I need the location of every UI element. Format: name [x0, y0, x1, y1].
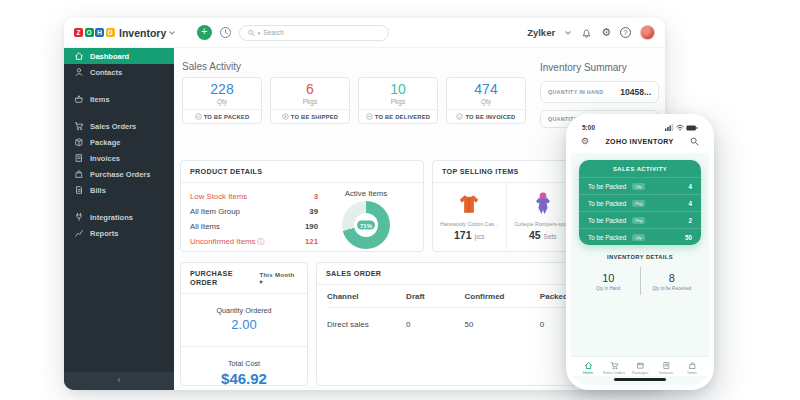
- phone-settings-gear-icon[interactable]: ⚙: [581, 137, 589, 146]
- sidebar-item-contacts[interactable]: Contacts: [64, 64, 174, 80]
- sidebar-item-label: Package: [90, 138, 120, 147]
- org-chevron-down-icon[interactable]: [564, 30, 572, 36]
- phone-activity-row[interactable]: To be Packed Pkg 2: [579, 211, 701, 228]
- sidebar-item-label: Reports: [90, 229, 118, 238]
- active-items-donut-chart: 71%: [342, 201, 390, 249]
- phone-nav-sales-orders[interactable]: Sales Orders: [601, 361, 627, 375]
- sidebar-item-label: Integrations: [90, 213, 133, 222]
- phone-activity-row[interactable]: To be Packed Qty 4: [579, 177, 701, 194]
- battery-icon: [686, 125, 698, 131]
- chevron-down-icon: [168, 30, 176, 36]
- home-icon: [74, 51, 84, 61]
- user-avatar[interactable]: [640, 25, 655, 40]
- sidebar-collapse-button[interactable]: ‹: [64, 372, 174, 390]
- bag-icon: [688, 361, 697, 370]
- sidebar-item-package[interactable]: Package: [64, 134, 174, 150]
- purchase-order-title: PURCHASE ORDER: [190, 269, 259, 287]
- top-selling-items-panel: TOP SELLING ITEMS Hanswooly Cotton Cas..…: [432, 160, 580, 252]
- card-to-be-invoiced[interactable]: 474 Qty TO BE INVOICED: [446, 77, 526, 124]
- card-label: TO BE INVOICED: [465, 114, 515, 120]
- info-icon[interactable]: ⓘ: [258, 238, 265, 245]
- basket-icon: [74, 94, 84, 104]
- settings-gear-icon[interactable]: ⚙: [601, 27, 611, 38]
- sidebar-item-label: Bills: [90, 186, 106, 195]
- product-name: Hanswooly Cotton Cas...: [436, 221, 503, 227]
- sidebar-item-reports[interactable]: Reports: [64, 225, 174, 241]
- qty-in-hand-stat: 10 Qty in Hand: [577, 272, 640, 291]
- notifications-bell-icon[interactable]: [581, 27, 592, 39]
- sweater-product-image: [436, 187, 503, 221]
- card-to-be-packed[interactable]: 228 Qty TO BE PACKED: [182, 77, 262, 124]
- home-icon: [584, 361, 593, 370]
- card-to-be-shipped[interactable]: 6 Pkgs TO BE SHIPPED: [270, 77, 350, 124]
- org-name[interactable]: Zylker: [527, 27, 555, 38]
- sidebar-item-label: Purchase Orders: [90, 170, 150, 179]
- status-circle-icon: [366, 113, 373, 120]
- quantity-ordered-value: 2.00: [181, 317, 307, 332]
- chart-icon: [74, 228, 84, 238]
- sidebar-item-invoices[interactable]: Invoices: [64, 150, 174, 166]
- status-circle-icon: [282, 113, 289, 120]
- all-item-group-row[interactable]: All Item Group39: [190, 204, 318, 219]
- phone-home-indicator: [614, 378, 666, 381]
- logo-letter: Z: [74, 28, 83, 37]
- phone-activity-row[interactable]: To be Packed Pkg 4: [579, 194, 701, 211]
- quantity-ordered-metric: Quantity Ordered 2.00: [181, 294, 307, 346]
- bag-icon: [74, 169, 84, 179]
- product-qty: 45: [529, 229, 541, 241]
- help-icon[interactable]: ?: [620, 27, 631, 38]
- cart-icon: [610, 361, 619, 370]
- sales-order-title: SALES ORDER: [326, 269, 381, 278]
- phone-sales-activity-card: SALES ACTIVITY To be Packed Qty 4 To be …: [579, 160, 701, 245]
- phone-nav-items[interactable]: Items: [679, 361, 705, 375]
- phone-mockup: 5:00 ⚙ ZOHO INVENTORY SALES ACTIVITY To …: [566, 114, 714, 390]
- sidebar-item-dashboard[interactable]: Dashboard: [64, 48, 174, 64]
- quick-create-button[interactable]: +: [197, 25, 212, 40]
- phone-nav-packages[interactable]: Packages: [627, 361, 653, 375]
- card-to-be-delivered[interactable]: 10 Pkgs TO BE DELIVERED: [358, 77, 438, 124]
- top-selling-item[interactable]: Hanswooly Cotton Cas... 171 pcs: [433, 183, 507, 250]
- phone-nav-invoices[interactable]: Invoices: [653, 361, 679, 375]
- total-cost-metric: Total Cost $46.92: [181, 346, 307, 386]
- qty-to-be-received-stat: 8 Qty to be Received: [641, 272, 704, 291]
- search-input[interactable]: [263, 29, 379, 36]
- sidebar-item-bills[interactable]: Bills: [64, 182, 174, 198]
- unit-badge: Pkg: [632, 200, 645, 207]
- sales-activity-title: Sales Activity: [182, 61, 241, 72]
- sidebar-item-items[interactable]: Items: [64, 91, 174, 107]
- all-items-row[interactable]: All Items190: [190, 219, 318, 234]
- card-value: 228: [183, 82, 261, 97]
- card-value: 6: [271, 82, 349, 97]
- logo-letter: O: [85, 28, 94, 37]
- top-selling-title: TOP SELLING ITEMS: [442, 167, 519, 176]
- zoho-logo[interactable]: Z O H O Inventory: [74, 27, 176, 39]
- phone-nav-home[interactable]: Home: [575, 361, 601, 375]
- unconfirmed-items-row[interactable]: Unconfirmed Items ⓘ121: [190, 234, 318, 249]
- card-unit: Qty: [183, 98, 261, 105]
- package-icon: [636, 361, 645, 370]
- inventory-summary-title: Inventory Summary: [540, 62, 659, 73]
- unit-badge: Qty: [632, 183, 645, 190]
- phone-bottom-nav: Home Sales Orders Packages Invoices Item…: [571, 356, 709, 376]
- period-dropdown[interactable]: This Month ▾: [259, 272, 298, 285]
- sidebar-item-label: Dashboard: [90, 52, 129, 61]
- low-stock-items-row[interactable]: Low Stock Items3: [190, 189, 318, 204]
- sidebar-item-label: Sales Orders: [90, 122, 136, 131]
- recent-activity-icon[interactable]: [219, 26, 232, 39]
- product-details-panel: PRODUCT DETAILS Low Stock Items3 All Ite…: [180, 160, 424, 252]
- phone-search-icon[interactable]: [690, 137, 699, 146]
- search-icon: [248, 29, 255, 37]
- sidebar-item-purchase-orders[interactable]: Purchase Orders: [64, 166, 174, 182]
- product-details-title: PRODUCT DETAILS: [190, 167, 262, 176]
- sidebar-item-sales-orders[interactable]: Sales Orders: [64, 118, 174, 134]
- product-unit: Sets: [544, 233, 557, 240]
- unit-badge: Qty: [632, 234, 645, 241]
- topbar: Z O H O Inventory + ▾ Zylker ⚙ ?: [64, 18, 665, 48]
- sidebar-item-label: Items: [90, 95, 110, 104]
- search-scope-caret[interactable]: ▾: [258, 30, 261, 36]
- search-bar[interactable]: ▾: [239, 25, 389, 41]
- signal-icon: [665, 124, 674, 131]
- phone-activity-row[interactable]: To be Packed Qty 50: [579, 228, 701, 245]
- sidebar-item-integrations[interactable]: Integrations: [64, 209, 174, 225]
- inventory-summary-row[interactable]: QUANTITY IN HAND 10458...: [540, 81, 659, 103]
